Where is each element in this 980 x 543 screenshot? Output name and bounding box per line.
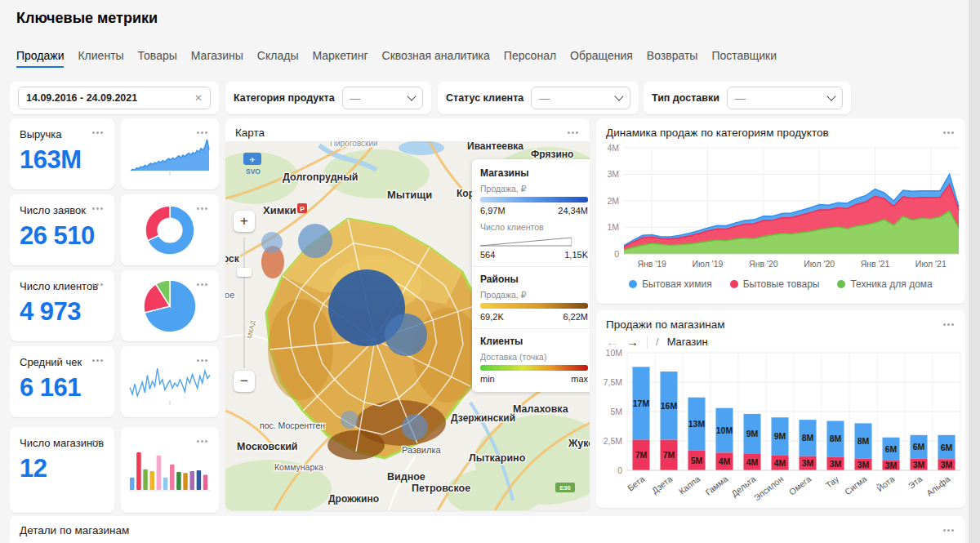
map-place-label: Архангельское: [225, 290, 234, 300]
more-menu-icon[interactable]: [568, 131, 570, 134]
product-category-select[interactable]: —: [342, 87, 423, 109]
sales-dynamics-panel: Динамика продаж по категориям продуктов …: [596, 118, 965, 304]
sales-dynamics-chart[interactable]: 01M2M3M4MЯнв '19Июл '19Янв '20Июл '20Янв…: [596, 143, 965, 275]
svg-text:16M: 16M: [661, 401, 678, 411]
tab-магазины[interactable]: Магазины: [191, 49, 243, 68]
tab-клиенты[interactable]: Клиенты: [78, 49, 123, 68]
map-panel-title: Карта: [225, 118, 590, 144]
map-place-label: Малаховка: [513, 403, 569, 415]
svg-text:3M: 3M: [802, 458, 814, 468]
kpi-label: Выручка: [20, 128, 105, 140]
kpi-mini-chart[interactable]: [127, 447, 213, 494]
more-menu-icon[interactable]: [197, 131, 199, 134]
more-menu-icon[interactable]: [943, 323, 946, 326]
tab-bar: ПродажиКлиентыТоварыМагазиныСкладыМаркет…: [16, 49, 777, 68]
select-value: —: [350, 92, 361, 105]
breadcrumb-slash: /: [656, 336, 659, 348]
kpi-label: Число магазинов: [20, 437, 105, 449]
more-menu-icon[interactable]: [197, 207, 199, 210]
svg-text:Янв '19: Янв '19: [637, 259, 666, 269]
more-menu-icon[interactable]: [943, 529, 946, 532]
kpi-card-revenue_trend: Выручка163М: [10, 118, 114, 189]
svg-text:2,5M: 2,5M: [604, 436, 622, 446]
tab-продажи[interactable]: Продажи: [16, 49, 64, 68]
tab-персонал[interactable]: Персонал: [504, 49, 556, 68]
tab-поставщики[interactable]: Поставщики: [711, 49, 777, 68]
date-range-input[interactable]: 14.09.2016 - 24.09.2021 ✕: [18, 87, 211, 109]
kpi-mini-chart[interactable]: [129, 131, 211, 177]
zoom-slider-track[interactable]: [243, 238, 245, 368]
tab-маркетинг[interactable]: Маркетинг: [312, 49, 368, 68]
breadcrumb-level[interactable]: Магазин: [667, 336, 708, 348]
delivery-type-select[interactable]: —: [727, 87, 843, 109]
drill-back-icon[interactable]: ←: [606, 335, 618, 349]
tab-сквозная-аналитика[interactable]: Сквозная аналитика: [382, 49, 490, 68]
svg-text:8M: 8M: [802, 433, 814, 443]
clear-icon[interactable]: ✕: [194, 92, 203, 104]
kpi-mini-chart[interactable]: [145, 205, 195, 256]
kpi-card-avg_check_trend: Средний чек6 161: [10, 346, 114, 417]
svg-text:7,5M: 7,5M: [604, 377, 622, 387]
legend-max: 24,34M: [558, 206, 588, 216]
legend-max: 6,22M: [563, 312, 588, 322]
svg-text:✈: ✈: [249, 156, 256, 164]
tab-склады[interactable]: Склады: [257, 49, 299, 68]
tab-возвраты[interactable]: Возвраты: [647, 49, 698, 68]
map-legend: Магазины Продажа, ₽ 6,97M24,34M Число кл…: [472, 159, 590, 392]
kpi-card-stores_bars: Число магазинов12: [10, 427, 114, 513]
map-place-label: Дзержинский: [451, 412, 515, 424]
legend-item[interactable]: Бытовые товары: [730, 278, 820, 290]
svg-text:Июл '20: Июл '20: [804, 259, 835, 269]
chevron-down-icon: [614, 91, 623, 100]
map-place-label: Коммунарка: [274, 462, 323, 472]
more-menu-icon[interactable]: [92, 359, 95, 362]
map-place-label: Пироговский: [330, 141, 378, 148]
svg-text:2M: 2M: [607, 196, 619, 206]
drill-forward-icon[interactable]: →: [626, 335, 639, 349]
kpi-mini-chart[interactable]: [143, 279, 197, 333]
chevron-down-icon: [826, 91, 835, 100]
kpi-mini-chart[interactable]: [128, 358, 212, 406]
more-menu-icon[interactable]: [197, 283, 199, 286]
more-menu-icon[interactable]: [92, 131, 95, 134]
sales-by-store-panel: Продажи по магазинам ← → / Магазин 02,5M…: [596, 310, 965, 508]
legend-item[interactable]: Техника для дома: [837, 278, 932, 290]
zoom-slider-handle[interactable]: [237, 268, 252, 277]
clients-gradient-bar: [480, 365, 588, 371]
zoom-in-button[interactable]: +: [234, 211, 255, 232]
more-menu-icon[interactable]: [197, 359, 199, 362]
more-menu-icon[interactable]: [943, 131, 946, 134]
svg-text:3M: 3M: [858, 460, 870, 470]
map-place-label: Дрожжино: [328, 493, 379, 505]
legend-section-title: Районы: [480, 274, 588, 285]
svg-text:Сигма: Сигма: [843, 474, 868, 496]
tab-товары[interactable]: Товары: [138, 49, 177, 68]
more-menu-icon[interactable]: [92, 207, 95, 210]
svg-text:3M: 3M: [913, 460, 925, 470]
legend-item[interactable]: Бытовая химия: [629, 278, 711, 290]
map-place-label: Развилка: [402, 445, 441, 455]
svg-text:6M: 6M: [885, 444, 898, 454]
map-place-label: пос. Мосрентген: [260, 421, 325, 430]
more-menu-icon[interactable]: [92, 283, 95, 286]
legend-min: 69,2K: [480, 312, 504, 322]
more-menu-icon[interactable]: [92, 440, 95, 443]
map-place-label: Фрязино: [531, 149, 573, 160]
svg-text:4M: 4M: [746, 457, 759, 467]
svg-text:Йота: Йота: [875, 474, 896, 493]
districts-gradient-bar: [480, 303, 588, 309]
client-status-select[interactable]: —: [531, 87, 630, 109]
svg-text:P: P: [300, 205, 305, 213]
svg-text:6M: 6M: [913, 442, 925, 452]
kpi-chart-card-avg_check_trend: [121, 346, 219, 417]
zoom-out-button[interactable]: −: [234, 371, 255, 392]
tab-обращения[interactable]: Обращения: [570, 49, 633, 68]
svg-text:5M: 5M: [691, 456, 703, 465]
sales-by-store-chart[interactable]: 02,5M5M7,5M10M17M7MБета16M7MДзета13M5MКа…: [596, 348, 965, 508]
svg-text:13M: 13M: [688, 419, 706, 429]
more-menu-icon[interactable]: [197, 440, 199, 443]
map-canvas[interactable]: ✈SVOPE30ПироговскийИвантеевкаФрязиноДолг…: [225, 141, 590, 510]
svg-text:Янв '21: Янв '21: [861, 259, 890, 269]
size-scale-triangle: [480, 237, 572, 247]
kpi-value: 26 510: [20, 221, 105, 251]
